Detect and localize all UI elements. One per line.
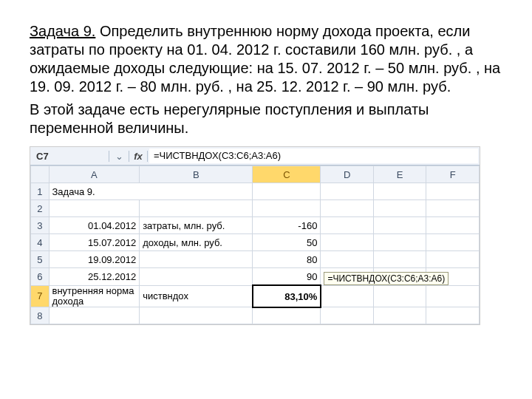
table-row: 8 <box>31 307 480 324</box>
row-header[interactable]: 5 <box>31 251 50 268</box>
col-header-a[interactable]: A <box>49 166 140 183</box>
cell[interactable]: =ЧИСТВНДОХ(C3:C6;A3:A6) <box>321 268 374 286</box>
cell[interactable]: 01.04.2012 <box>49 217 140 234</box>
cell[interactable] <box>373 251 426 268</box>
col-header-f[interactable]: F <box>426 166 480 183</box>
cell[interactable] <box>140 268 253 286</box>
row-header[interactable]: 3 <box>31 217 50 234</box>
cell[interactable]: -160 <box>253 217 321 234</box>
cell[interactable]: чиствндох <box>140 285 253 307</box>
cell[interactable]: 15.07.2012 <box>49 234 140 251</box>
cell[interactable] <box>373 285 426 307</box>
cell[interactable] <box>321 217 374 234</box>
task-title: Задача 9. <box>30 23 95 39</box>
table-row: 5 19.09.2012 80 <box>31 251 480 268</box>
cell[interactable]: 25.12.2012 <box>49 268 140 286</box>
table-row: 1 Задача 9. <box>31 183 480 200</box>
cell[interactable] <box>321 307 374 324</box>
row-header[interactable]: 4 <box>31 234 50 251</box>
cell[interactable] <box>140 307 253 324</box>
cell[interactable] <box>49 200 140 217</box>
formula-input[interactable]: =ЧИСТВНДОХ(C3:C6;A3:A6) <box>149 149 478 163</box>
cell[interactable] <box>140 251 253 268</box>
cell[interactable]: доходы, млн. руб. <box>140 234 253 251</box>
col-header-b[interactable]: B <box>140 166 253 183</box>
cell[interactable] <box>373 234 426 251</box>
cell[interactable] <box>426 307 480 324</box>
table-row: 2 <box>31 200 480 217</box>
cell[interactable] <box>426 234 480 251</box>
selected-cell[interactable]: 83,10% <box>253 285 321 307</box>
cell[interactable] <box>253 307 321 324</box>
task-paragraph-1: Задача 9. Определить внутреннюю норму до… <box>30 22 502 96</box>
table-row: 6 25.12.2012 90 =ЧИСТВНДОХ(C3:C6;A3:A6) <box>31 268 480 286</box>
row-header[interactable]: 7 <box>31 285 50 307</box>
cell[interactable] <box>321 183 374 200</box>
col-header-d[interactable]: D <box>321 166 374 183</box>
cell[interactable] <box>373 307 426 324</box>
select-all-corner[interactable] <box>31 166 50 183</box>
table-row: 7 внутренняя норма дохода чиствндох 83,1… <box>31 285 480 307</box>
cell[interactable] <box>426 251 480 268</box>
task-body: Определить внутреннюю норму дохода проек… <box>30 23 500 95</box>
table-row: 4 15.07.2012 доходы, млн. руб. 50 <box>31 234 480 251</box>
cell[interactable] <box>321 251 374 268</box>
spreadsheet-grid[interactable]: A B C D E F 1 Задача 9. 2 3 01.04.2012 з… <box>30 166 480 324</box>
cell[interactable]: 90 <box>253 268 321 286</box>
cell[interactable] <box>253 183 321 200</box>
cell[interactable] <box>426 285 480 307</box>
cell[interactable]: 19.09.2012 <box>49 251 140 268</box>
excel-frame: C7 ⌄ fx =ЧИСТВНДОХ(C3:C6;A3:A6) A B C D … <box>30 146 480 325</box>
formula-bar: C7 ⌄ fx =ЧИСТВНДОХ(C3:C6;A3:A6) <box>30 147 480 166</box>
cell[interactable] <box>426 183 480 200</box>
col-header-e[interactable]: E <box>373 166 426 183</box>
cell[interactable]: затраты, млн. руб. <box>140 217 253 234</box>
row-header[interactable]: 1 <box>31 183 50 200</box>
cell[interactable] <box>253 200 321 217</box>
cell[interactable]: Задача 9. <box>49 183 253 200</box>
cell[interactable]: 80 <box>253 251 321 268</box>
row-header[interactable]: 8 <box>31 307 50 324</box>
cell[interactable] <box>373 217 426 234</box>
cell[interactable] <box>373 183 426 200</box>
cell[interactable]: 50 <box>253 234 321 251</box>
cell[interactable] <box>321 285 374 307</box>
name-box-dropdown-icon[interactable]: ⌄ <box>109 151 129 162</box>
cell[interactable] <box>426 200 480 217</box>
cell[interactable] <box>321 234 374 251</box>
cell[interactable] <box>373 200 426 217</box>
cell[interactable] <box>426 217 480 234</box>
cell[interactable] <box>49 307 140 324</box>
cell[interactable] <box>321 200 374 217</box>
cell[interactable] <box>140 200 253 217</box>
cell[interactable]: внутренняя норма дохода <box>49 285 140 307</box>
task-paragraph-2: В этой задаче есть нерегулярные поступле… <box>30 100 502 137</box>
row-header[interactable]: 6 <box>31 268 50 286</box>
row-header[interactable]: 2 <box>31 200 50 217</box>
formula-tooltip: =ЧИСТВНДОХ(C3:C6;A3:A6) <box>324 272 449 285</box>
column-header-row: A B C D E F <box>31 166 480 183</box>
table-row: 3 01.04.2012 затраты, млн. руб. -160 <box>31 217 480 234</box>
name-box[interactable]: C7 <box>30 151 109 162</box>
fx-icon[interactable]: fx <box>129 151 148 162</box>
col-header-c[interactable]: C <box>253 166 321 183</box>
